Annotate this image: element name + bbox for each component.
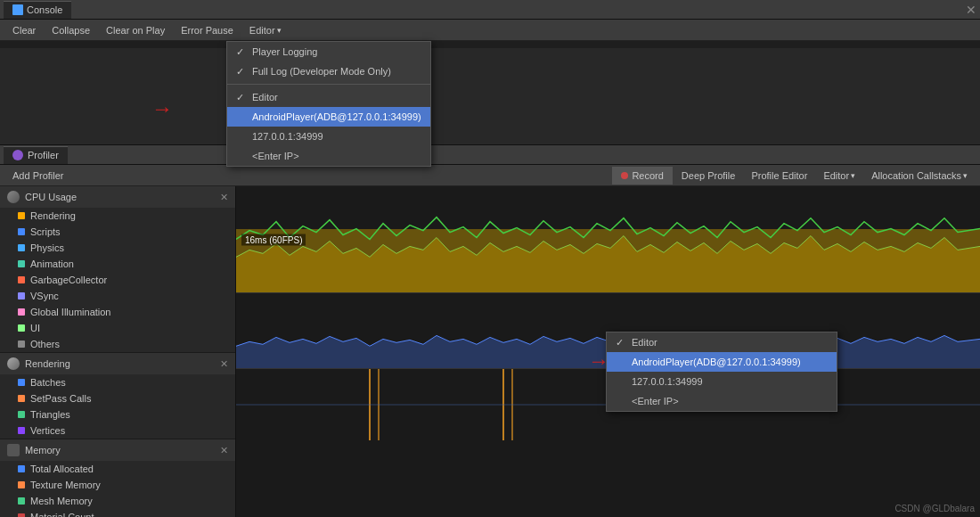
physics-dot	[18, 244, 25, 251]
dropdown-full-log[interactable]: Full Log (Developer Mode Only)	[227, 62, 430, 81]
sidebar-others[interactable]: Others	[0, 336, 235, 352]
rendering-dot	[18, 212, 25, 219]
fps-label: 16ms (60FPS)	[241, 234, 306, 245]
profiler-tab-bar: Profiler	[0, 145, 980, 165]
profiler-panel: Profiler Add Profiler Record Deep Profil…	[0, 145, 980, 517]
console-panel: Console ✕ Clear Collapse Clear on Play E…	[0, 0, 980, 145]
gi-dot	[18, 308, 25, 316]
profiler-dropdown-android[interactable]: AndroidPlayer(ADB@127.0.0.1:34999)	[607, 352, 837, 372]
profiler-sidebar: CPU Usage ✕ Rendering Scripts Physics	[0, 186, 236, 517]
memory-section: Memory ✕ Total Allocated Texture Memory …	[0, 439, 235, 517]
mesh-memory-dot	[18, 497, 25, 505]
console-tab[interactable]: Console	[4, 1, 71, 19]
cpu-section-header[interactable]: CPU Usage ✕	[0, 186, 235, 208]
console-editor-dropdown: Player Logging Full Log (Developer Mode …	[226, 41, 431, 167]
profiler-dropdown-enter-ip[interactable]: <Enter IP>	[607, 391, 837, 411]
gc-dot	[18, 276, 25, 283]
sidebar-texture-memory[interactable]: Texture Memory	[0, 477, 235, 493]
rendering-section: Rendering ✕ Batches SetPass Calls Triang…	[0, 353, 235, 439]
cpu-section-close[interactable]: ✕	[220, 192, 228, 203]
memory-icon	[7, 444, 20, 456]
sidebar-vsync[interactable]: VSync	[0, 288, 235, 304]
error-pause-button[interactable]: Error Pause	[174, 21, 241, 39]
console-editor-menu-button[interactable]: Editor	[242, 21, 289, 39]
cpu-chart: 16ms (60FPS)	[236, 186, 980, 293]
profiler-tab-icon	[12, 150, 23, 160]
profiler-dropdown-ip[interactable]: 127.0.0.1:34999	[607, 372, 837, 391]
setpass-dot	[18, 395, 25, 402]
sidebar-vertices[interactable]: Vertices	[0, 423, 235, 439]
profiler-tab[interactable]: Profiler	[4, 146, 68, 164]
others-dot	[18, 341, 25, 348]
console-arrow: →	[151, 96, 173, 121]
cpu-icon	[7, 191, 20, 203]
clear-button[interactable]: Clear	[5, 21, 43, 39]
scripts-dot	[18, 228, 25, 235]
triangles-dot	[18, 411, 25, 418]
console-tab-bar: Console ✕	[0, 0, 980, 20]
sidebar-setpass[interactable]: SetPass Calls	[0, 390, 235, 406]
profiler-dropdown-editor[interactable]: Editor	[607, 332, 837, 352]
rendering-section-close[interactable]: ✕	[220, 358, 228, 370]
record-button[interactable]: Record	[612, 167, 672, 185]
clear-on-play-button[interactable]: Clear on Play	[99, 21, 172, 39]
console-close-button[interactable]: ✕	[966, 4, 976, 16]
vsync-dot	[18, 292, 25, 300]
render-icon	[7, 357, 20, 370]
profiler-tab-label: Profiler	[28, 150, 59, 160]
dropdown-separator-1	[227, 84, 430, 85]
deep-profile-button[interactable]: Deep Profile	[674, 167, 743, 185]
cpu-waveform	[236, 186, 980, 292]
rendering-section-header[interactable]: Rendering ✕	[0, 353, 235, 374]
cpu-section-title: CPU Usage	[25, 192, 77, 202]
sidebar-material-count[interactable]: Material Count	[0, 509, 235, 517]
console-log-area	[0, 41, 980, 48]
console-toolbar: Clear Collapse Clear on Play Error Pause…	[0, 20, 980, 41]
ui-dot	[18, 324, 25, 332]
material-count-dot	[18, 513, 25, 517]
cpu-section: CPU Usage ✕ Rendering Scripts Physics	[0, 186, 235, 353]
sidebar-gi[interactable]: Global Illumination	[0, 304, 235, 320]
dropdown-android-player[interactable]: AndroidPlayer(ADB@127.0.0.1:34999)	[227, 107, 430, 127]
sidebar-total-allocated[interactable]: Total Allocated	[0, 461, 235, 477]
sidebar-animation[interactable]: Animation	[0, 256, 235, 272]
vertices-dot	[18, 427, 25, 434]
rendering-section-title: Rendering	[25, 358, 70, 369]
sidebar-scripts[interactable]: Scripts	[0, 224, 235, 240]
dropdown-ip-address[interactable]: 127.0.0.1:34999	[227, 127, 430, 146]
texture-memory-dot	[18, 481, 25, 488]
profile-editor-button[interactable]: Profile Editor	[744, 167, 814, 185]
console-tab-icon	[12, 4, 23, 15]
profiler-editor-dropdown: Editor AndroidPlayer(ADB@127.0.0.1:34999…	[606, 332, 837, 412]
profiler-editor-menu-button[interactable]: Editor	[816, 167, 862, 185]
allocation-callstacks-button[interactable]: Allocation Callstacks	[864, 167, 975, 185]
sidebar-physics[interactable]: Physics	[0, 240, 235, 256]
sidebar-mesh-memory[interactable]: Mesh Memory	[0, 493, 235, 509]
memory-section-title: Memory	[25, 445, 61, 455]
batches-dot	[18, 379, 25, 386]
dropdown-editor[interactable]: Editor	[227, 87, 430, 107]
console-tab-label: Console	[27, 4, 62, 15]
animation-dot	[18, 260, 25, 267]
add-profiler-button[interactable]: Add Profiler	[5, 168, 70, 183]
sidebar-triangles[interactable]: Triangles	[0, 406, 235, 423]
memory-section-close[interactable]: ✕	[220, 445, 228, 456]
sidebar-ui[interactable]: UI	[0, 320, 235, 336]
sidebar-gc[interactable]: GarbageCollector	[0, 272, 235, 288]
memory-section-header[interactable]: Memory ✕	[0, 439, 235, 461]
sidebar-rendering[interactable]: Rendering	[0, 208, 235, 224]
watermark: CSDN @GLDbalara	[894, 504, 975, 513]
dropdown-player-logging[interactable]: Player Logging	[227, 42, 430, 62]
profiler-toolbar: Add Profiler Record Deep Profile Profile…	[0, 165, 980, 186]
dropdown-enter-ip[interactable]: <Enter IP>	[227, 146, 430, 166]
profiler-right-buttons: Record Deep Profile Profile Editor Edito…	[612, 167, 975, 185]
record-dot	[621, 172, 628, 179]
total-allocated-dot	[18, 465, 25, 472]
collapse-button[interactable]: Collapse	[45, 21, 97, 39]
sidebar-batches[interactable]: Batches	[0, 374, 235, 390]
